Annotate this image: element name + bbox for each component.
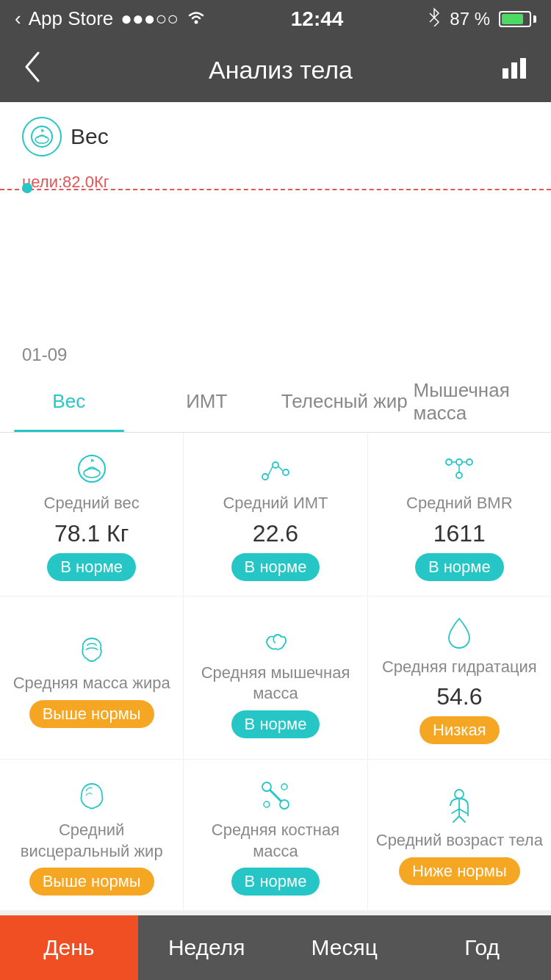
stat-cell-bmr: Средний BMR 1611 В норме xyxy=(368,433,551,596)
chart-header: Вес xyxy=(22,117,529,156)
hydration-label: Средняя гидратация xyxy=(382,657,537,678)
hydration-icon xyxy=(446,614,472,651)
muscle-icon xyxy=(259,620,292,657)
bmi-badge: В норме xyxy=(231,553,320,581)
visceral-icon xyxy=(74,777,109,814)
tab-fat[interactable]: Телесный жир xyxy=(276,374,414,432)
svg-point-17 xyxy=(467,459,472,465)
nav-bar: Анализ тела xyxy=(0,37,551,102)
svg-point-14 xyxy=(283,469,289,475)
svg-line-21 xyxy=(270,790,281,801)
tab-weight[interactable]: Вес xyxy=(0,374,138,432)
bmi-icon xyxy=(259,450,292,487)
stat-cell-hydration: Средняя гидратация 54.6 Низкая xyxy=(368,597,551,760)
bmi-label: Средний ИМТ xyxy=(223,493,328,514)
bluetooth-icon xyxy=(428,7,441,31)
stat-cell-bone: Средняя костная масса В норме xyxy=(184,760,367,910)
bmi-value: 22.6 xyxy=(253,520,298,547)
tab-muscle[interactable]: Мышечная масса xyxy=(414,374,552,432)
bottom-tab-week[interactable]: Неделя xyxy=(138,915,276,980)
svg-rect-1 xyxy=(503,68,508,79)
svg-rect-3 xyxy=(520,58,526,79)
bodyage-badge: Ниже нормы xyxy=(399,857,520,885)
svg-point-24 xyxy=(455,790,464,799)
stat-cell-bodyage: Средний возраст тела Ниже нормы xyxy=(368,760,551,910)
weight-value: 78.1 Кг xyxy=(54,520,129,547)
svg-point-16 xyxy=(456,472,462,478)
back-button[interactable] xyxy=(22,50,59,90)
svg-point-23 xyxy=(264,801,270,807)
tabs-bar: Вес ИМТ Телесный жир Мышечная масса xyxy=(0,374,551,433)
carrier-label: App Store xyxy=(29,7,114,30)
status-bar: ‹ App Store ●●●○○ 12:44 87 % xyxy=(0,0,551,37)
bottom-tab-year[interactable]: Год xyxy=(414,915,552,980)
bone-label: Средняя костная масса xyxy=(191,820,359,862)
visceral-badge: Выше нормы xyxy=(29,868,154,896)
bodyage-label: Средний возраст тела xyxy=(376,830,543,851)
bottom-tabs: День Неделя Месяц Год xyxy=(0,915,551,980)
time-display: 12:44 xyxy=(291,7,344,31)
status-right: 87 % xyxy=(428,7,536,31)
signal-dots: ●●●○○ xyxy=(120,7,179,30)
stat-cell-muscle: Средняя мышечная масса В норме xyxy=(184,597,367,760)
svg-point-12 xyxy=(262,474,268,480)
bodyage-icon xyxy=(443,788,475,824)
bone-icon xyxy=(259,777,292,814)
svg-point-22 xyxy=(281,784,287,790)
fat-mass-icon xyxy=(76,630,108,667)
bottom-tab-month[interactable]: Месяц xyxy=(276,915,414,980)
stats-grid: Средний вес 78.1 Кг В норме Средний ИМТ … xyxy=(0,433,551,910)
bmr-icon xyxy=(443,450,475,487)
hydration-badge: Низкая xyxy=(419,716,500,744)
body-scale-icon xyxy=(22,117,62,156)
chart-date: 01-09 xyxy=(22,345,67,365)
stat-cell-fatmass: Средняя масса жира Выше нормы xyxy=(0,597,183,760)
bmr-label: Средний BMR xyxy=(406,493,512,514)
bmr-badge: В норме xyxy=(415,553,504,581)
fatmass-badge: Выше нормы xyxy=(29,700,154,728)
weight-label: Средний вес xyxy=(44,493,140,514)
goal-dashed-line xyxy=(0,189,551,190)
stat-cell-bmi: Средний ИМТ 22.6 В норме xyxy=(184,433,367,596)
weight-badge: В норме xyxy=(47,553,136,581)
back-arrow-status: ‹ xyxy=(15,7,21,30)
stat-cell-weight: Средний вес 78.1 Кг В норме xyxy=(0,433,183,596)
fatmass-label: Средняя масса жира xyxy=(13,673,170,694)
tab-bmi[interactable]: ИМТ xyxy=(138,374,276,432)
svg-point-18 xyxy=(456,459,462,465)
bone-badge: В норме xyxy=(231,868,320,896)
chart-weight-label: Вес xyxy=(71,124,109,149)
visceral-label: Средний висцеральный жир xyxy=(7,820,176,862)
status-left: ‹ App Store ●●●○○ xyxy=(15,7,206,30)
bmr-value: 1611 xyxy=(433,520,486,547)
muscle-badge: В норме xyxy=(231,710,320,738)
data-point xyxy=(22,183,32,193)
svg-point-13 xyxy=(273,462,278,468)
battery-icon xyxy=(499,11,536,27)
muscle-label: Средняя мышечная масса xyxy=(191,663,359,705)
weight-icon xyxy=(76,450,107,487)
svg-rect-2 xyxy=(511,62,517,79)
chart-icon[interactable] xyxy=(503,55,529,84)
chart-area: Вес цели:82.0Кг 01-09 xyxy=(0,102,551,374)
bottom-tab-day[interactable]: День xyxy=(0,915,138,980)
wifi-icon xyxy=(186,7,206,30)
battery-percent: 87 % xyxy=(450,9,490,29)
hydration-value: 54.6 xyxy=(436,683,482,710)
svg-point-5 xyxy=(35,136,48,143)
page-title: Анализ тела xyxy=(209,56,353,84)
svg-point-0 xyxy=(194,21,198,24)
stat-cell-visceral: Средний висцеральный жир Выше нормы xyxy=(0,760,183,910)
